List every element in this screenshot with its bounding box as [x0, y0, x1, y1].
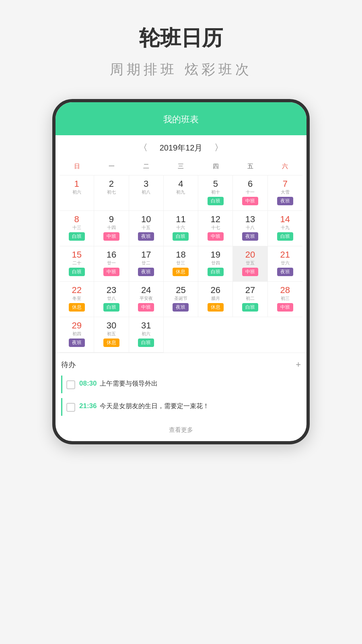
view-more-button[interactable]: 查看更多: [61, 421, 301, 441]
day-cell-28[interactable]: 28初三中班: [268, 282, 302, 317]
weekday-sun: 日: [60, 161, 94, 172]
phone-header: 我的班表: [56, 102, 306, 135]
day-cell-18[interactable]: 18廿三休息: [164, 246, 198, 282]
weekday-mon: 一: [94, 161, 129, 172]
todo-header: 待办 +: [61, 359, 301, 370]
day-cell-17[interactable]: 17廿二夜班: [129, 246, 164, 282]
day-cell-25[interactable]: 25圣诞节夜班: [164, 282, 198, 317]
todo-item[interactable]: 08:30上午需要与领导外出: [61, 376, 301, 393]
day-cell-9[interactable]: 9十四中班: [94, 211, 129, 246]
add-todo-button[interactable]: +: [296, 359, 301, 370]
calendar-grid: 1初六2初七3初八4初九5初十白班6十一中班7大雪夜班8十三白班9十四中班10十…: [60, 175, 302, 353]
calendar-container: 〈 2019年12月 〉 日 一 二 三 四 五 六 1初六2初七3初八4初九5…: [56, 135, 306, 353]
day-cell-20[interactable]: 20廿五中班: [233, 246, 267, 282]
day-cell-2[interactable]: 2初七: [94, 175, 129, 211]
month-nav: 〈 2019年12月 〉: [60, 135, 302, 158]
weekday-wed: 三: [164, 161, 198, 172]
day-cell-6[interactable]: 6十一中班: [233, 175, 267, 211]
day-cell-11[interactable]: 11十六白班: [164, 211, 198, 246]
day-cell-3[interactable]: 3初八: [129, 175, 164, 211]
app-title: 轮班日历: [139, 24, 223, 52]
phone-frame: 我的班表 〈 2019年12月 〉 日 一 二 三 四 五 六 1初六2初七3初…: [52, 99, 310, 444]
day-cell-1[interactable]: 1初六: [60, 175, 94, 211]
day-cell-31[interactable]: 31初六白班: [129, 317, 164, 353]
todo-section: 待办 + 08:30上午需要与领导外出21:36今天是女朋友的生日，需要定一束花…: [56, 353, 306, 441]
todo-checkbox[interactable]: [66, 380, 75, 389]
day-cell-4[interactable]: 4初九: [164, 175, 198, 211]
day-cell-10[interactable]: 10十五夜班: [129, 211, 164, 246]
day-cell-5[interactable]: 5初十白班: [198, 175, 233, 211]
todo-content: 21:36今天是女朋友的生日，需要定一束花！: [79, 402, 301, 411]
day-cell-23[interactable]: 23廿八白班: [94, 282, 129, 317]
day-cell-7[interactable]: 7大雪夜班: [268, 175, 302, 211]
todo-item[interactable]: 21:36今天是女朋友的生日，需要定一束花！: [61, 398, 301, 416]
day-cell-19[interactable]: 19廿四白班: [198, 246, 233, 282]
month-title: 2019年12月: [160, 142, 203, 153]
weekdays-header: 日 一 二 三 四 五 六: [60, 158, 302, 175]
weekday-fri: 五: [233, 161, 267, 172]
todo-content: 08:30上午需要与领导外出: [79, 380, 301, 388]
day-cell-15[interactable]: 15二十白班: [60, 246, 94, 282]
day-cell-24[interactable]: 24平安夜中班: [129, 282, 164, 317]
next-month-button[interactable]: 〉: [210, 142, 227, 154]
todo-list: 08:30上午需要与领导外出21:36今天是女朋友的生日，需要定一束花！: [61, 376, 301, 416]
day-cell-13[interactable]: 13十八夜班: [233, 211, 267, 246]
app-subtitle: 周期排班 炫彩班次: [110, 60, 252, 79]
day-cell-26[interactable]: 26腊月休息: [198, 282, 233, 317]
day-cell-29[interactable]: 29初四夜班: [60, 317, 94, 353]
day-cell-16[interactable]: 16廿一中班: [94, 246, 129, 282]
prev-month-button[interactable]: 〈: [135, 142, 152, 154]
day-cell-21[interactable]: 21廿六夜班: [268, 246, 302, 282]
weekday-thu: 四: [198, 161, 233, 172]
weekday-tue: 二: [129, 161, 164, 172]
day-cell-30[interactable]: 30初五休息: [94, 317, 129, 353]
day-cell-14[interactable]: 14十九白班: [268, 211, 302, 246]
header-title: 我的班表: [64, 114, 298, 126]
weekday-sat: 六: [268, 161, 302, 172]
day-cell-27[interactable]: 27初二白班: [233, 282, 267, 317]
day-cell-12[interactable]: 12十七中班: [198, 211, 233, 246]
todo-checkbox[interactable]: [66, 403, 75, 412]
day-cell-8[interactable]: 8十三白班: [60, 211, 94, 246]
todo-title: 待办: [61, 360, 76, 369]
day-cell-22[interactable]: 22冬至休息: [60, 282, 94, 317]
